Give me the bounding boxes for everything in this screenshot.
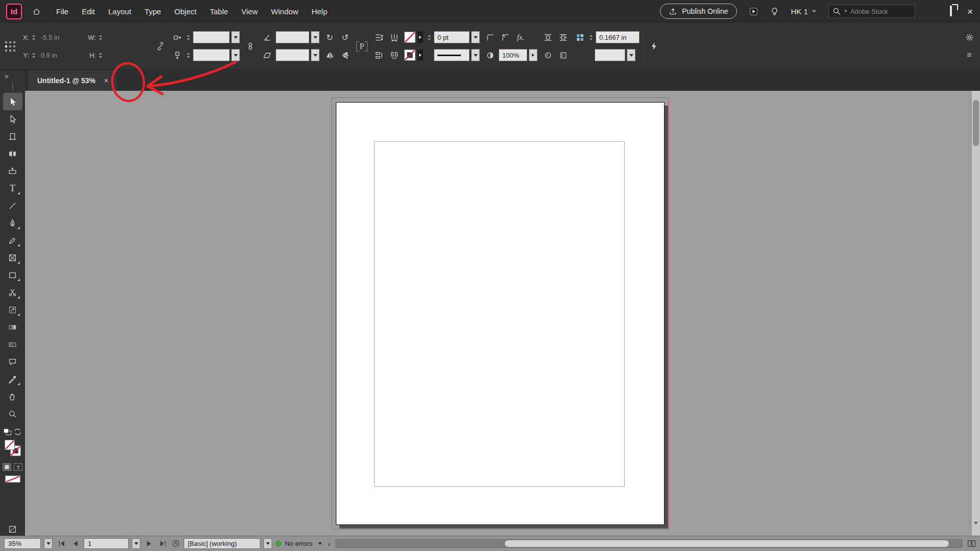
x-field[interactable]: -5.5 in [38, 31, 83, 43]
close-window-button[interactable]: × [967, 7, 973, 16]
first-page-button[interactable] [56, 539, 66, 548]
constrain-dimensions-button[interactable] [154, 40, 167, 53]
page-number-field[interactable]: 1 [84, 538, 129, 549]
document-tab[interactable]: Untitled-1 @ 53% × [28, 70, 117, 91]
baseline-offset-stepper[interactable] [589, 35, 594, 40]
baseline-offset-field[interactable]: 0.1667 in [596, 31, 640, 43]
rotate-ccw-button[interactable]: ↺ [338, 31, 352, 43]
align-grid-icon[interactable] [573, 31, 586, 43]
color-theme-tool[interactable] [3, 370, 22, 388]
view-mode-button[interactable] [8, 525, 17, 534]
last-page-button[interactable] [158, 539, 168, 548]
reference-point-locator[interactable] [4, 40, 16, 53]
scroll-down-arrow-icon[interactable] [974, 524, 978, 534]
flip-vertical-button[interactable] [338, 49, 352, 61]
home-button[interactable] [28, 3, 44, 19]
story-direction-button[interactable]: P [355, 40, 369, 53]
space-horizontal-button[interactable] [387, 49, 401, 61]
zoom-level-dropdown[interactable] [44, 538, 53, 549]
constrain-scale-button[interactable] [243, 40, 257, 53]
gradient-feather-tool[interactable] [3, 336, 22, 353]
scale-y-field[interactable] [193, 49, 230, 61]
menu-item-help[interactable]: Help [305, 4, 334, 19]
flip-horizontal-button[interactable] [323, 49, 336, 61]
gradient-swatch-tool[interactable] [3, 318, 22, 336]
rectangle-frame-tool[interactable] [3, 249, 22, 266]
distribute-vertical-button[interactable] [372, 31, 385, 43]
default-swatches[interactable] [4, 428, 22, 436]
rotate-cw-button[interactable]: ↻ [323, 31, 336, 43]
menu-item-table[interactable]: Table [203, 4, 235, 19]
shear-angle-field[interactable] [276, 49, 309, 61]
panel-collapse-button[interactable]: » [0, 70, 9, 83]
stroke-weight-dropdown[interactable] [471, 31, 480, 43]
apply-none-button[interactable] [5, 475, 20, 485]
type-tool[interactable]: T [3, 180, 22, 197]
formatting-affects-text-button[interactable]: T [14, 463, 22, 471]
opacity-flyout[interactable] [529, 49, 537, 61]
menu-item-edit[interactable]: Edit [75, 4, 102, 19]
scale-y-dropdown[interactable] [231, 49, 240, 61]
zoom-tool[interactable] [3, 405, 22, 422]
stroke-style-field[interactable] [434, 49, 470, 61]
page-tool[interactable] [3, 128, 22, 145]
menu-item-layout[interactable]: Layout [102, 4, 138, 19]
vertical-scroll-thumb[interactable] [973, 100, 979, 146]
menu-item-window[interactable]: Window [264, 4, 305, 19]
direct-selection-tool[interactable] [3, 110, 22, 128]
preset-field[interactable] [595, 49, 625, 61]
previous-page-button[interactable] [70, 539, 80, 548]
pen-tool[interactable] [3, 214, 22, 232]
effects-button[interactable]: fx. [514, 31, 527, 43]
distribute-horizontal-button[interactable] [387, 31, 401, 43]
preflight-status-dropdown[interactable] [315, 538, 324, 549]
note-tool[interactable] [3, 353, 22, 370]
menu-item-file[interactable]: File [50, 4, 75, 19]
w-field[interactable] [105, 31, 150, 43]
panel-settings-button[interactable] [963, 31, 976, 43]
quick-apply-button[interactable] [647, 40, 660, 53]
scale-x-field[interactable] [193, 31, 230, 43]
preset-dropdown[interactable] [627, 49, 635, 61]
shadow-circle-button[interactable] [541, 49, 554, 61]
page-number-dropdown[interactable] [132, 538, 140, 549]
rotation-angle-field[interactable] [276, 31, 309, 43]
panel-menu-button[interactable]: ≡ [963, 49, 976, 61]
content-collector-tool[interactable] [3, 162, 22, 180]
line-tool[interactable] [3, 197, 22, 214]
shadow-square-button[interactable] [556, 49, 570, 61]
fill-swatch-flyout[interactable] [418, 49, 423, 61]
publish-online-button[interactable]: Publish Online [660, 4, 737, 19]
preflight-menu-button[interactable] [172, 539, 180, 548]
stroke-swatch-none[interactable] [404, 32, 415, 43]
shear-angle-dropdown[interactable] [311, 49, 320, 61]
preflight-profile-field[interactable]: [Basic] (working) [184, 538, 260, 549]
menu-item-type[interactable]: Type [138, 4, 168, 19]
tab-close-button[interactable]: × [102, 76, 111, 85]
scissors-tool[interactable] [3, 284, 22, 301]
scale-x-dropdown[interactable] [231, 31, 240, 43]
formatting-affects-container-button[interactable] [3, 463, 11, 471]
document-canvas[interactable] [25, 91, 971, 536]
stroke-weight-field[interactable]: 0 pt [434, 31, 470, 43]
h-stepper[interactable] [98, 53, 103, 58]
zoom-level-field[interactable]: 35% [4, 538, 41, 549]
space-vertical-button[interactable] [372, 49, 385, 61]
y-stepper[interactable] [31, 53, 36, 58]
y-field[interactable]: 0.9 in [38, 49, 83, 61]
learn-button[interactable] [770, 7, 779, 16]
vertical-scrollbar[interactable] [971, 91, 980, 536]
stroke-style-dropdown[interactable] [471, 49, 480, 61]
opacity-field[interactable]: 100% [499, 49, 527, 61]
corner-shape-button[interactable] [499, 31, 512, 43]
fill-swatch-none[interactable] [404, 49, 415, 61]
horizontal-scrollbar[interactable] [335, 539, 962, 548]
share-button[interactable] [749, 7, 758, 16]
free-transform-tool[interactable] [3, 301, 22, 318]
corner-options-button[interactable] [483, 31, 497, 43]
menu-item-object[interactable]: Object [168, 4, 203, 19]
fill-stroke-indicator[interactable] [4, 439, 21, 459]
gap-tool[interactable] [3, 145, 22, 162]
workspace-switcher[interactable]: HK 1 [791, 7, 816, 16]
scale-x-stepper[interactable] [186, 35, 191, 40]
